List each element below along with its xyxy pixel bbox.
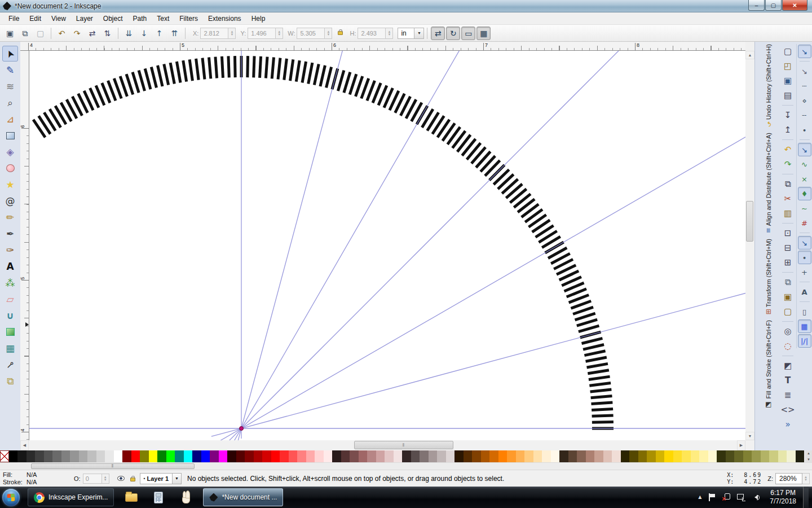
lower-button[interactable]: ↓: [137, 27, 151, 40]
zoom-page-button[interactable]: ⊞: [781, 256, 795, 269]
palette-swatch[interactable]: [691, 450, 700, 462]
star-tool[interactable]: ★: [2, 177, 18, 192]
tab-fill-stroke[interactable]: ◩Fill and Stroke (Shift+Ctrl+F): [765, 320, 772, 408]
h-field[interactable]: 2.493: [358, 28, 386, 39]
palette-swatch[interactable]: [682, 450, 691, 462]
palette-swatch[interactable]: [629, 450, 638, 462]
palette-swatch[interactable]: [516, 450, 525, 462]
palette-swatch[interactable]: [254, 450, 263, 462]
h-field-spinner[interactable]: ▲▼: [386, 28, 393, 39]
snap-grid-button[interactable]: ▦: [798, 319, 811, 333]
palette-swatch[interactable]: [796, 450, 805, 462]
palette-swatch[interactable]: [376, 450, 385, 462]
snap-rotation-centers-button[interactable]: +: [798, 265, 811, 279]
palette-swatch[interactable]: [105, 450, 114, 462]
palette-swatch[interactable]: [236, 450, 245, 462]
scroll-right-button[interactable]: ▶: [737, 440, 745, 450]
palette-swatch[interactable]: [359, 450, 368, 462]
eraser-tool[interactable]: ▱: [2, 291, 18, 307]
snap-bbox-midpoints-button[interactable]: ╌: [798, 108, 811, 122]
construction-ray-30deg[interactable]: [214, 51, 745, 440]
show-desktop-button[interactable]: [803, 487, 809, 508]
zoom-field[interactable]: 280%: [775, 473, 802, 484]
palette-swatch[interactable]: [114, 450, 123, 462]
speaker-icon[interactable]: [752, 494, 761, 501]
cut-button[interactable]: ✂: [781, 192, 795, 205]
maximize-button[interactable]: ▢: [765, 0, 782, 11]
palette-swatch[interactable]: [594, 450, 603, 462]
palette-swatch[interactable]: [717, 450, 726, 462]
spray-tool[interactable]: ⁂: [2, 275, 18, 291]
taskbar-inkscape-button[interactable]: *New document ...: [203, 488, 283, 506]
palette-swatch[interactable]: [524, 450, 533, 462]
spiral-tool[interactable]: @: [2, 193, 18, 209]
palette-swatch[interactable]: [192, 450, 201, 462]
menu-path[interactable]: Path: [128, 13, 152, 24]
vertical-scrollbar-thumb[interactable]: [746, 201, 753, 242]
palette-swatch[interactable]: [332, 450, 341, 462]
palette-swatch-none[interactable]: [0, 450, 9, 462]
text-dialog-button[interactable]: T: [781, 374, 795, 387]
zoom-spinner[interactable]: ▲▼: [802, 473, 810, 484]
menu-file[interactable]: File: [3, 13, 24, 24]
group-button[interactable]: ▣: [781, 290, 795, 304]
palette-swatch[interactable]: [752, 450, 761, 462]
flip-vertical-button[interactable]: ⇅: [100, 27, 114, 40]
palette-swatch[interactable]: [367, 450, 376, 462]
palette-swatch[interactable]: [647, 450, 656, 462]
taskbar-character-button[interactable]: [176, 488, 195, 506]
palette-swatch[interactable]: [87, 450, 96, 462]
scroll-down-button[interactable]: ▼: [745, 432, 754, 440]
palette-swatch[interactable]: [394, 450, 403, 462]
export-button[interactable]: ↥: [781, 123, 795, 137]
palette-swatch[interactable]: [297, 450, 306, 462]
palette-swatch[interactable]: [761, 450, 770, 462]
palette-swatch[interactable]: [315, 450, 324, 462]
palette-swatch[interactable]: [131, 450, 140, 462]
snap-intersections-button[interactable]: ×: [798, 172, 811, 186]
palette-swatch[interactable]: [446, 450, 455, 462]
tweak-tool[interactable]: ≋: [2, 78, 18, 94]
open-document-button[interactable]: ◰: [781, 59, 795, 73]
menu-help[interactable]: Help: [246, 13, 271, 24]
minimize-button[interactable]: –: [748, 0, 765, 11]
palette-swatch[interactable]: [35, 450, 44, 462]
taskbar-clock[interactable]: 6:17 PM 7/7/2018: [770, 489, 796, 506]
snap-enable-button[interactable]: ↘: [798, 45, 811, 58]
affect-rotate-toggle[interactable]: ↻: [446, 27, 460, 40]
pencil-tool[interactable]: ✏: [2, 209, 18, 225]
scroll-up-button[interactable]: ▲: [745, 51, 754, 59]
palette-swatch[interactable]: [673, 450, 682, 462]
palette-swatch[interactable]: [726, 450, 735, 462]
flip-horizontal-button[interactable]: ⇄: [85, 27, 99, 40]
palette-swatch[interactable]: [324, 450, 333, 462]
taskbar-explorer-button[interactable]: [122, 488, 141, 506]
palette-swatch[interactable]: [507, 450, 516, 462]
pen-tool[interactable]: ✒: [2, 226, 18, 242]
palette-swatch[interactable]: [306, 450, 315, 462]
palette-swatch[interactable]: [122, 450, 131, 462]
palette-swatch[interactable]: [140, 450, 149, 462]
palette-swatch[interactable]: [551, 450, 560, 462]
palette-swatch[interactable]: [411, 450, 420, 462]
palette-swatch[interactable]: [769, 450, 778, 462]
selector-tool[interactable]: ➤: [2, 46, 18, 62]
snap-bbox-button[interactable]: ↘: [798, 64, 811, 78]
palette-swatch[interactable]: [262, 450, 271, 462]
palette-swatch[interactable]: [157, 450, 166, 462]
taskbar-chrome-button[interactable]: Inkscape Experim...: [28, 488, 114, 506]
palette-swatch[interactable]: [743, 450, 752, 462]
menu-filters[interactable]: Filters: [174, 13, 203, 24]
bucket-tool[interactable]: ∪: [2, 308, 18, 323]
raise-to-top-button[interactable]: ⇈: [167, 27, 182, 40]
palette-swatch[interactable]: [201, 450, 210, 462]
rectangle-tool[interactable]: [2, 128, 18, 143]
palette-swatch[interactable]: [734, 450, 743, 462]
import-button[interactable]: ↧: [781, 108, 795, 122]
palette-swatch[interactable]: [96, 450, 105, 462]
palette-swatch[interactable]: [9, 450, 18, 462]
palette-swatch[interactable]: [568, 450, 577, 462]
rotate-cw-button[interactable]: ↷: [70, 27, 84, 40]
palette-swatch[interactable]: [699, 450, 708, 462]
palette-swatch[interactable]: [245, 450, 254, 462]
